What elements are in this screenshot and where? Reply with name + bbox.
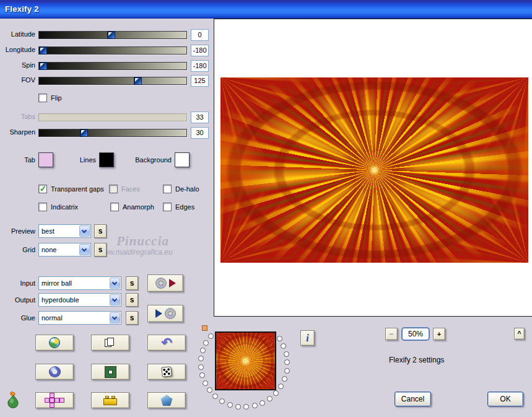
checkbox-box[interactable]: ✓ (163, 203, 172, 211)
memory-dot[interactable] (207, 387, 212, 393)
indicatrix-checkbox[interactable]: ✓ Indicatrix (38, 203, 78, 211)
memory-dot[interactable] (267, 396, 273, 402)
memory-dot[interactable] (199, 372, 205, 378)
memory-dot[interactable] (208, 333, 214, 339)
background-color-swatch[interactable] (175, 152, 190, 167)
grid-label: Grid (0, 246, 35, 253)
transparent-gaps-checkbox[interactable]: ✓ Transparent gaps (38, 185, 104, 193)
undo-button[interactable]: ↶ (147, 335, 186, 351)
slider-thumb-spin[interactable] (39, 62, 47, 70)
slider-value-latitude[interactable]: 0 (191, 29, 209, 41)
frame-preset-button[interactable] (91, 364, 129, 380)
zoom-in-button[interactable]: + (433, 328, 445, 340)
preview-select[interactable]: best (38, 224, 91, 238)
preview-image (220, 77, 528, 263)
memory-dot[interactable] (212, 393, 218, 399)
memory-dot[interactable] (277, 336, 282, 341)
memory-dot[interactable] (203, 380, 208, 386)
memory-dot[interactable] (227, 402, 233, 408)
memory-dot[interactable] (200, 348, 206, 353)
memory-dot[interactable] (219, 398, 225, 404)
memory-dot[interactable] (284, 351, 289, 357)
chevron-down-icon[interactable] (110, 312, 120, 323)
checkbox-box[interactable]: ✓ (109, 185, 118, 193)
faces-checkbox[interactable]: ✓ Faces (109, 185, 140, 193)
memory-dot[interactable] (259, 400, 265, 406)
random-settings-button[interactable] (147, 364, 186, 380)
titlebar[interactable]: Flexify 2 (0, 0, 532, 19)
polyhedron-preset-button[interactable] (147, 392, 186, 408)
memory-dot[interactable] (282, 376, 287, 382)
memory-dot[interactable] (284, 359, 290, 365)
output-select[interactable]: hyperdouble (38, 293, 121, 307)
glue-select[interactable]: normal (38, 311, 121, 325)
earth-preset-button[interactable] (35, 335, 74, 351)
cube-net-icon (45, 393, 65, 408)
checkbox-box[interactable]: ✓ (163, 185, 172, 193)
slider-thumb-latitude[interactable] (107, 31, 115, 39)
flip-checkbox[interactable]: ✓ Flip (38, 94, 62, 102)
zoom-out-button[interactable]: − (385, 328, 398, 340)
output-s-button[interactable]: s (126, 293, 138, 307)
glue-value: normal (39, 314, 109, 322)
input-s-button[interactable]: s (126, 276, 138, 290)
copy-settings-button[interactable] (91, 335, 129, 351)
chevron-down-icon[interactable] (110, 278, 120, 289)
glue-s-button[interactable]: s (126, 311, 138, 325)
checkbox-label: De-halo (175, 185, 199, 193)
collapse-button[interactable]: ^ (514, 328, 525, 340)
de-halo-checkbox[interactable]: ✓ De-halo (163, 185, 199, 193)
info-icon: i (306, 333, 308, 344)
zoom-level[interactable]: 50% (401, 327, 430, 341)
burst-arcs (220, 77, 528, 263)
checkbox-box[interactable]: ✓ (110, 203, 119, 211)
memory-dot[interactable] (243, 404, 249, 410)
memory-dot[interactable] (278, 384, 284, 389)
slider-value-tabs[interactable]: 33 (191, 112, 209, 123)
ring-origin-marker[interactable] (202, 325, 207, 331)
chevron-down-icon[interactable] (79, 226, 90, 237)
memory-dot[interactable] (252, 403, 258, 408)
edges-checkbox[interactable]: ✓ Edges (163, 203, 194, 211)
slider-thumb-fov[interactable] (134, 77, 142, 85)
checkbox-box[interactable]: ✓ (38, 203, 47, 211)
memory-dot[interactable] (198, 364, 204, 370)
grid-select[interactable]: none (38, 243, 91, 257)
lego-preset-button[interactable] (91, 392, 129, 408)
slider-value-fov[interactable]: 125 (191, 75, 209, 87)
checkbox-box[interactable]: ✓ (38, 185, 47, 193)
memory-dot[interactable] (203, 340, 209, 346)
save-settings-button[interactable] (147, 305, 183, 322)
load-settings-button[interactable] (147, 274, 183, 292)
slider-value-sharpen[interactable]: 30 (191, 127, 209, 139)
tab-color-label: Tab (4, 156, 35, 164)
chevron-down-icon[interactable] (79, 244, 90, 255)
memory-dot[interactable] (198, 356, 204, 361)
tab-color-swatch[interactable] (38, 152, 53, 167)
slider-value-longitude[interactable]: -180 (191, 45, 209, 56)
memory-dot[interactable] (273, 390, 279, 396)
slider-track-spin[interactable] (38, 62, 187, 70)
grid-s-button[interactable]: s (94, 243, 107, 257)
memory-dot[interactable] (235, 404, 241, 410)
checkbox-box[interactable]: ✓ (38, 94, 47, 102)
memory-dot[interactable] (284, 368, 290, 374)
ok-button[interactable]: OK (487, 392, 523, 406)
cube-net-preset-button[interactable] (35, 392, 74, 408)
cancel-button[interactable]: Cancel (395, 392, 431, 406)
info-button[interactable]: i (300, 330, 315, 346)
slider-track-latitude[interactable] (38, 31, 187, 39)
slider-thumb-sharpen[interactable] (80, 129, 88, 137)
slider-track-fov[interactable] (38, 77, 187, 85)
lines-color-swatch[interactable] (99, 152, 114, 167)
torus-preset-button[interactable] (35, 364, 74, 380)
slider-track-sharpen[interactable] (38, 129, 187, 137)
input-select[interactable]: mirror ball (38, 276, 121, 290)
chevron-down-icon[interactable] (110, 294, 120, 305)
slider-value-spin[interactable]: -180 (191, 60, 209, 72)
preview-s-button[interactable]: s (94, 224, 107, 238)
slider-track-longitude[interactable] (38, 46, 187, 55)
slider-thumb-longitude[interactable] (39, 46, 47, 55)
memory-dot[interactable] (281, 343, 286, 349)
anamorph-checkbox[interactable]: ✓ Anamorph (110, 203, 154, 211)
